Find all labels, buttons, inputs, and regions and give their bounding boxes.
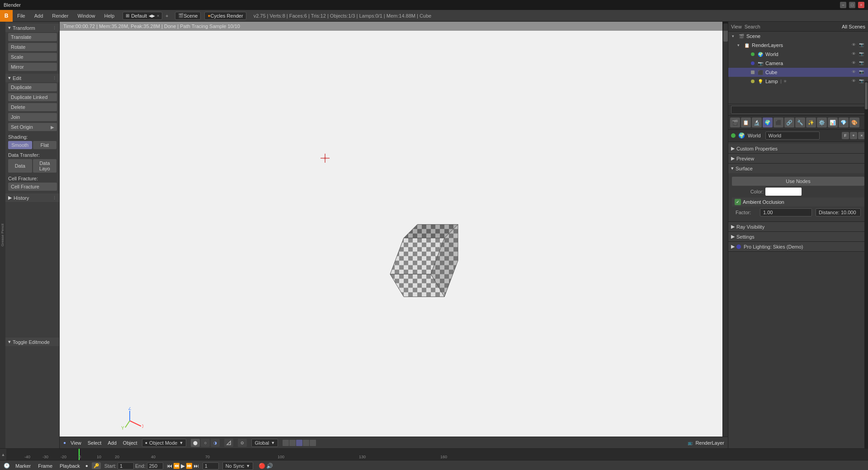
transform-orientation[interactable]: Global ▼: [251, 439, 278, 447]
tab-render-layers[interactable]: 📋: [741, 118, 751, 127]
ambient-occlusion-header[interactable]: ✓ Ambient Occlusion: [732, 197, 864, 207]
add-menu[interactable]: Add: [106, 440, 118, 446]
cube-vis-eye[interactable]: 👁: [852, 70, 857, 75]
maximize-button[interactable]: □: [849, 2, 855, 8]
minimize-button[interactable]: −: [840, 2, 846, 8]
factor-value[interactable]: 1.00: [760, 208, 812, 216]
tab-physics[interactable]: ⚙️: [817, 118, 827, 127]
vertical-scrollbar[interactable]: [722, 22, 728, 437]
sound-button[interactable]: 🔊: [266, 463, 273, 469]
properties-search-input[interactable]: [731, 106, 865, 114]
snap-button[interactable]: ⊙: [238, 439, 247, 447]
outliner-item-world[interactable]: ▶ 🌍 World 👁 📷: [728, 50, 868, 59]
pro-lighting-header[interactable]: ▶ Pro Lighting: Skies (Demo): [728, 242, 868, 251]
custom-properties-header[interactable]: ▶ Custom Properties: [728, 144, 868, 153]
tab-scene[interactable]: 🔬: [752, 118, 762, 127]
duplicate-button[interactable]: Duplicate: [8, 83, 57, 91]
start-frame-input[interactable]: 1: [118, 462, 134, 470]
current-frame-input[interactable]: 1: [203, 462, 219, 470]
tab-particles[interactable]: ✨: [806, 118, 816, 127]
cell-fracture-button[interactable]: Cell Fracture: [8, 183, 57, 191]
join-button[interactable]: Join: [8, 113, 57, 121]
surface-header[interactable]: ▾ Surface: [728, 164, 868, 173]
world-f-button[interactable]: F: [842, 132, 849, 139]
layer-1[interactable]: [283, 440, 289, 446]
menu-file[interactable]: File: [13, 10, 30, 21]
preview-header[interactable]: ▶ Preview: [728, 154, 868, 163]
world-vis-eye[interactable]: 👁: [852, 52, 857, 57]
delete-button[interactable]: Delete: [8, 103, 57, 111]
history-header[interactable]: ▶ History ⋮: [5, 193, 59, 202]
layer-4[interactable]: [303, 440, 309, 446]
outliner-search-btn[interactable]: Search: [745, 24, 760, 29]
outliner-item-renderlayers[interactable]: ▾ 📋 RenderLayers 👁 📷: [728, 41, 868, 50]
rotate-button[interactable]: Rotate: [8, 43, 57, 51]
use-nodes-button[interactable]: Use Nodes: [732, 177, 864, 186]
set-origin-button[interactable]: Set Origin ▶: [8, 123, 57, 131]
translate-button[interactable]: Translate: [8, 33, 57, 41]
lamp-vis-eye[interactable]: 👁: [852, 79, 857, 84]
data-button[interactable]: Data: [8, 159, 32, 173]
wireframe-button[interactable]: ○: [201, 439, 210, 447]
tab-data[interactable]: 📊: [828, 118, 838, 127]
world-plus-button[interactable]: +: [850, 132, 857, 139]
world-vis-render[interactable]: 📷: [859, 52, 864, 57]
jump-end-button[interactable]: ⏭: [193, 463, 199, 469]
select-menu[interactable]: Select: [86, 440, 104, 446]
menu-render[interactable]: Render: [47, 10, 73, 21]
data-layo-button[interactable]: Data Layo: [33, 159, 57, 173]
renderlayers-vis-1[interactable]: 👁: [852, 42, 857, 48]
transform-header[interactable]: ▾ Transform ⋮: [5, 24, 59, 32]
workspace-close[interactable]: ×: [157, 14, 159, 18]
mirror-button[interactable]: Mirror: [8, 63, 57, 71]
view-menu[interactable]: View: [69, 440, 83, 446]
renderlayers-vis-2[interactable]: 📷: [859, 42, 864, 48]
bottom-view[interactable]: Marker: [14, 463, 33, 469]
rendered-button[interactable]: ◑: [211, 439, 220, 447]
add-workspace-button[interactable]: +: [162, 13, 171, 19]
distance-value[interactable]: Distance: 10.000: [816, 208, 861, 216]
color-swatch[interactable]: [765, 188, 802, 196]
ray-visibility-header[interactable]: ▶ Ray Visibility: [728, 222, 868, 231]
timeline-ruler[interactable]: -40 -30 -20 0 10 20 40 70 100 130 160: [6, 449, 868, 460]
outliner-item-cube[interactable]: ▶ ⬛ Cube 👁 📷: [728, 68, 868, 77]
duplicate-linked-button[interactable]: Duplicate Linked: [8, 93, 57, 101]
tab-materials[interactable]: 💎: [839, 118, 849, 127]
layer-2[interactable]: [289, 440, 296, 446]
perspective-button[interactable]: [224, 439, 233, 447]
tab-object[interactable]: ⬛: [774, 118, 783, 127]
menu-add[interactable]: Add: [30, 10, 48, 21]
tab-constraints[interactable]: 🔗: [784, 118, 794, 127]
prev-frame-button[interactable]: ⏪: [173, 463, 180, 469]
engine-selector[interactable]: ● Cycles Render: [204, 12, 246, 20]
mode-selector[interactable]: ● Object Mode ▼: [142, 439, 187, 447]
timeline-expand[interactable]: ▲: [0, 449, 6, 460]
smooth-button[interactable]: Smooth: [8, 141, 32, 149]
camera-vis-eye[interactable]: 👁: [852, 61, 857, 66]
object-menu[interactable]: Object: [121, 440, 139, 446]
world-name-field[interactable]: [765, 132, 820, 140]
bottom-frame[interactable]: Playback: [58, 463, 82, 469]
play-button[interactable]: ▶: [181, 463, 185, 469]
record-button[interactable]: ●: [85, 463, 88, 468]
tab-modifiers[interactable]: 🔧: [795, 118, 805, 127]
right-scrollbar[interactable]: [864, 81, 868, 459]
bottom-marker[interactable]: Frame: [36, 463, 54, 469]
next-frame-button[interactable]: ⏩: [186, 463, 193, 469]
ambient-occlusion-checkbox[interactable]: ✓: [735, 199, 741, 205]
close-button[interactable]: ×: [858, 2, 864, 8]
audio-button[interactable]: 🔴: [259, 463, 265, 469]
lamp-vis-render[interactable]: 📷: [859, 79, 864, 84]
viewport[interactable]: Time:00:00.72 | Mem:35.28M, Peak:35.28M …: [60, 22, 728, 448]
outliner-item-camera[interactable]: ▶ 📷 Camera 👁 📷: [728, 59, 868, 68]
solid-draw-button[interactable]: ⬤: [191, 439, 200, 447]
toggle-editmode-header[interactable]: ▾ Toggle Editmode: [5, 338, 59, 346]
settings-header[interactable]: ▶ Settings: [728, 232, 868, 241]
sync-selector[interactable]: No Sync ▼: [222, 462, 254, 470]
menu-window[interactable]: Window: [73, 10, 99, 21]
cube-vis-render[interactable]: 📷: [859, 70, 864, 75]
tab-render[interactable]: 🎬: [730, 118, 740, 127]
scale-button[interactable]: Scale: [8, 53, 57, 61]
layer-3[interactable]: [296, 440, 302, 446]
tab-textures[interactable]: 🎨: [849, 118, 859, 127]
